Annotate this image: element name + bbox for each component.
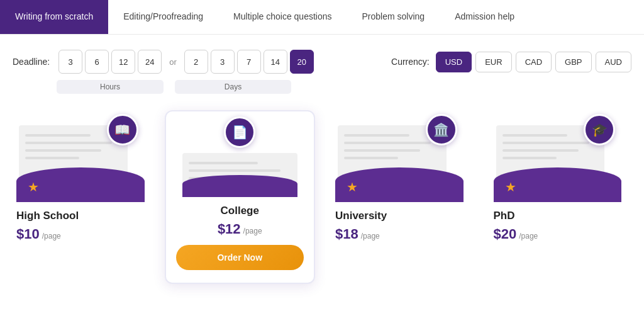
univ-line-3 (344, 149, 420, 152)
phd-price: $20 /page (494, 226, 622, 242)
college-title: College (176, 205, 304, 217)
college-line-2 (189, 169, 281, 172)
day-btn-20[interactable]: 20 (290, 50, 314, 74)
phd-line-2 (502, 142, 589, 144)
hour-btn-3[interactable]: 3 (58, 50, 82, 74)
paper-line-4 (25, 157, 79, 159)
high-school-per: /page (42, 232, 61, 240)
currency-gbp[interactable]: GBP (555, 52, 591, 72)
hour-btn-12[interactable]: 12 (111, 50, 135, 74)
college-hill (182, 175, 297, 197)
card-phd: ★ 🎓 PhD $20 /page (484, 110, 632, 284)
day-btn-14[interactable]: 14 (264, 50, 287, 74)
days-sublabel: Days (175, 80, 291, 94)
currency-cad[interactable]: CAD (516, 52, 552, 72)
university-illustration: ★ 🏛️ (335, 120, 464, 202)
graduation-icon-circle: 🎓 (584, 114, 615, 145)
hours-sublabel: Hours (57, 80, 164, 94)
univ-star-icon: ★ (347, 179, 358, 195)
hour-btn-6[interactable]: 6 (85, 50, 109, 74)
university-amount: $18 (335, 226, 358, 242)
currency-usd[interactable]: USD (436, 52, 472, 72)
paper-line-2 (25, 142, 112, 144)
card-high-school: ★ 📖 High School $10 /page (6, 110, 155, 284)
hours-group: 3 6 12 24 (58, 50, 162, 74)
day-btn-2[interactable]: 2 (184, 50, 208, 74)
phd-title: PhD (494, 210, 622, 222)
tab-admission[interactable]: Admission help (440, 0, 530, 34)
high-school-illustration: ★ 📖 (16, 120, 145, 202)
paper-line-3 (25, 149, 101, 152)
univ-line-2 (344, 142, 431, 144)
currency-group: Currency: USD EUR CAD GBP AUD (391, 52, 631, 72)
sub-labels-row: Hours Days (0, 80, 644, 104)
hour-btn-24[interactable]: 24 (138, 50, 162, 74)
college-amount: $12 (218, 221, 241, 237)
phd-star-icon: ★ (505, 179, 516, 195)
tab-mcq[interactable]: Multiple choice questions (218, 0, 347, 34)
phd-line-3 (502, 149, 579, 152)
phd-amount: $20 (494, 226, 517, 242)
college-line-1 (189, 162, 258, 164)
phd-line-4 (502, 157, 557, 159)
high-school-price: $10 /page (16, 226, 145, 242)
college-price: $12 /page (176, 221, 304, 237)
tab-editing[interactable]: Editing/Proofreading (108, 0, 218, 34)
university-per: /page (361, 232, 380, 240)
top-navigation: Writing from scratch Editing/Proofreadin… (0, 0, 644, 35)
university-price: $18 /page (335, 226, 464, 242)
high-school-title: High School (16, 210, 145, 222)
book-icon-circle: 📖 (107, 114, 138, 145)
univ-line-1 (344, 134, 409, 137)
card-university: ★ 🏛️ University $18 /page (325, 110, 474, 284)
college-per: /page (243, 227, 262, 235)
star-icon: ★ (28, 179, 39, 195)
currency-eur[interactable]: EUR (475, 52, 511, 72)
document-icon-circle: 📄 (224, 116, 255, 148)
order-now-button[interactable]: Order Now (176, 245, 304, 270)
university-title: University (335, 210, 464, 222)
day-btn-3[interactable]: 3 (211, 50, 235, 74)
phd-per: /page (519, 232, 538, 240)
tab-problem[interactable]: Problem solving (347, 0, 440, 34)
high-school-amount: $10 (16, 226, 40, 242)
days-buttons: 2 3 7 14 20 (184, 50, 314, 74)
deadline-label: Deadline: (13, 57, 50, 67)
univ-line-4 (344, 157, 398, 159)
currency-label: Currency: (391, 57, 430, 67)
college-illustration: 📄 (176, 122, 304, 197)
tab-writing[interactable]: Writing from scratch (0, 0, 108, 34)
phd-illustration: ★ 🎓 (494, 120, 622, 202)
phd-line-1 (502, 134, 568, 137)
controls-row: Deadline: 3 6 12 24 or 2 3 7 14 20 Curre… (0, 35, 644, 80)
card-college: 📄 College $12 /page Order Now (165, 110, 316, 284)
day-btn-7[interactable]: 7 (237, 50, 261, 74)
currency-aud[interactable]: AUD (596, 52, 631, 72)
or-separator: or (169, 57, 177, 67)
building-icon-circle: 🏛️ (426, 114, 457, 145)
paper-line-1 (25, 134, 91, 137)
days-group: 2 3 7 14 20 (184, 50, 314, 74)
hours-buttons: 3 6 12 24 (58, 50, 162, 74)
cards-section: ★ 📖 High School $10 /page 📄 College $12 … (0, 104, 644, 290)
